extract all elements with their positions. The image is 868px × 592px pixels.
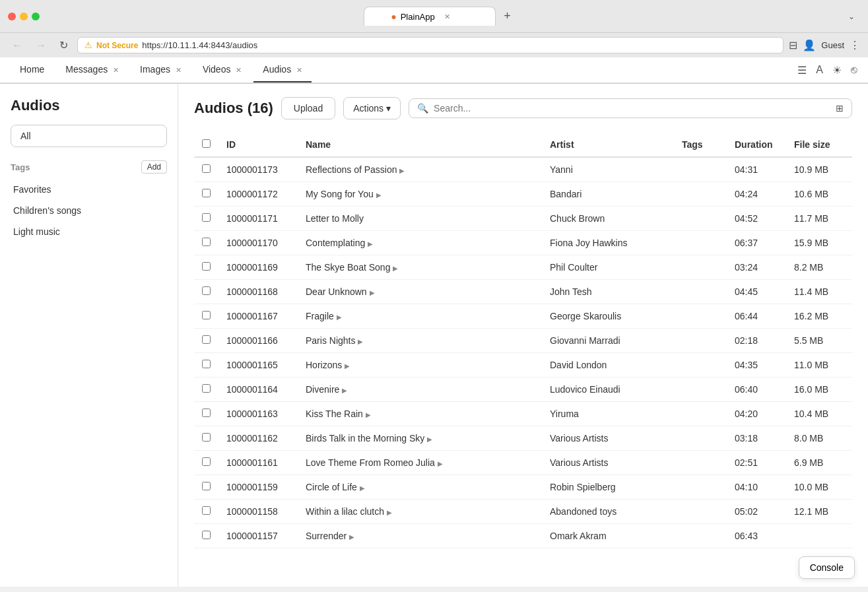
cell-tags xyxy=(674,353,727,378)
reload-button[interactable]: ↻ xyxy=(55,38,72,53)
active-tab-close[interactable]: ✕ xyxy=(444,13,450,21)
cell-id: 1000001166 xyxy=(218,329,298,353)
row-checkbox-10[interactable] xyxy=(202,409,211,417)
tab-overflow-button[interactable]: ⌄ xyxy=(843,9,860,24)
cell-name: Circle of Life ▶ xyxy=(298,475,542,500)
tab-images-close[interactable]: ✕ xyxy=(176,66,182,74)
sidebar-all-button[interactable]: All xyxy=(11,125,167,147)
search-input[interactable] xyxy=(434,103,830,114)
upload-button[interactable]: Upload xyxy=(281,97,335,119)
play-icon[interactable]: ▶ xyxy=(360,484,365,492)
play-icon[interactable]: ▶ xyxy=(345,362,350,370)
cell-duration: 04:20 xyxy=(727,402,786,426)
row-checkbox-1[interactable] xyxy=(202,189,211,197)
row-checkbox-14[interactable] xyxy=(202,506,211,515)
tab-home[interactable]: Home xyxy=(11,57,53,82)
maximize-button[interactable] xyxy=(32,13,40,20)
play-icon[interactable]: ▶ xyxy=(376,191,382,199)
more-options-icon[interactable]: ⋮ xyxy=(850,39,860,51)
playlist-icon[interactable]: ☰ xyxy=(797,64,807,77)
cell-duration: 04:31 xyxy=(727,157,786,182)
row-checkbox-15[interactable] xyxy=(202,531,211,539)
add-tag-button[interactable]: Add xyxy=(141,160,167,174)
tab-audios[interactable]: Audios ✕ xyxy=(253,57,312,82)
forward-button[interactable]: → xyxy=(32,38,50,53)
row-checkbox-13[interactable] xyxy=(202,482,211,490)
play-icon[interactable]: ▶ xyxy=(387,509,392,516)
cell-tags xyxy=(674,378,727,402)
tab-messages[interactable]: Messages ✕ xyxy=(56,57,128,82)
cell-filesize: 11.0 MB xyxy=(786,353,852,378)
sidebar-item-childrens-songs[interactable]: Children's songs xyxy=(11,200,167,221)
row-checkbox-8[interactable] xyxy=(202,360,211,368)
row-checkbox-6[interactable] xyxy=(202,311,211,319)
signout-icon[interactable]: ⎋ xyxy=(851,64,857,77)
table-row: 1000001169 The Skye Boat Song ▶ Phil Cou… xyxy=(194,255,852,280)
play-icon[interactable]: ▶ xyxy=(368,240,373,247)
cell-filesize: 16.0 MB xyxy=(786,378,852,402)
row-checkbox-7[interactable] xyxy=(202,335,211,344)
new-tab-button[interactable]: + xyxy=(496,5,519,27)
close-button[interactable] xyxy=(8,13,16,20)
row-checkbox-12[interactable] xyxy=(202,457,211,466)
row-checkbox-0[interactable] xyxy=(202,164,211,173)
account-icon[interactable]: 👤 xyxy=(803,39,816,51)
cell-duration: 02:51 xyxy=(727,451,786,475)
back-button[interactable]: ← xyxy=(8,38,26,53)
cell-name: Surrender ▶ xyxy=(298,524,542,548)
tab-messages-close[interactable]: ✕ xyxy=(113,66,119,74)
play-icon[interactable]: ▶ xyxy=(337,313,342,321)
table-row: 1000001166 Paris Nights ▶ Giovanni Marra… xyxy=(194,329,852,353)
address-input[interactable]: ⚠ Not Secure https://10.11.1.44:8443/aud… xyxy=(77,37,784,53)
play-icon[interactable]: ▶ xyxy=(358,338,363,345)
cell-filesize: 10.0 MB xyxy=(786,475,852,500)
cell-duration: 06:37 xyxy=(727,231,786,255)
tab-videos[interactable]: Videos ✕ xyxy=(193,57,251,82)
play-icon[interactable]: ▶ xyxy=(349,533,354,541)
select-all-checkbox[interactable] xyxy=(202,139,211,148)
row-checkbox-9[interactable] xyxy=(202,384,211,393)
row-checkbox-11[interactable] xyxy=(202,433,211,442)
tab-videos-close[interactable]: ✕ xyxy=(236,66,242,74)
cell-name: The Skye Boat Song ▶ xyxy=(298,255,542,280)
audio-table: ID Name Artist Tags Duration File size 1… xyxy=(194,133,852,548)
play-icon[interactable]: ▶ xyxy=(370,289,375,296)
title-bar: ● PlainApp ✕ + ⌄ xyxy=(0,0,868,32)
row-checkbox-5[interactable] xyxy=(202,286,211,295)
console-button[interactable]: Console xyxy=(799,556,855,579)
translate-icon[interactable]: A xyxy=(816,64,823,77)
nav-tabs: Home Messages ✕ Images ✕ Videos ✕ Audios… xyxy=(0,57,868,83)
cell-id: 1000001162 xyxy=(218,426,298,451)
play-icon[interactable]: ▶ xyxy=(342,387,347,394)
cell-name: Birds Talk in the Morning Sky ▶ xyxy=(298,426,542,451)
cell-name: Dear Unknown ▶ xyxy=(298,280,542,304)
nav-icons: ☰ A ☀ ⎋ xyxy=(797,64,857,77)
tab-images[interactable]: Images ✕ xyxy=(131,57,191,82)
cell-artist: John Tesh xyxy=(542,280,674,304)
sidebar-item-light-music[interactable]: Light music xyxy=(11,221,167,242)
theme-icon[interactable]: ☀ xyxy=(832,64,842,77)
play-icon[interactable]: ▶ xyxy=(399,167,405,174)
row-checkbox-2[interactable] xyxy=(202,213,211,222)
actions-button[interactable]: Actions ▾ xyxy=(343,97,401,119)
sidebar-item-favorites[interactable]: Favorites xyxy=(11,179,167,200)
table-row: 1000001168 Dear Unknown ▶ John Tesh 04:4… xyxy=(194,280,852,304)
minimize-button[interactable] xyxy=(20,13,28,20)
cell-duration: 03:24 xyxy=(727,255,786,280)
play-icon[interactable]: ▶ xyxy=(393,265,398,272)
cell-artist: Giovanni Marradi xyxy=(542,329,674,353)
cell-id: 1000001158 xyxy=(218,500,298,524)
play-icon[interactable]: ▶ xyxy=(366,411,371,418)
tab-audios-close[interactable]: ✕ xyxy=(296,66,302,74)
play-icon[interactable]: ▶ xyxy=(427,436,432,443)
cell-tags xyxy=(674,524,727,548)
row-checkbox-3[interactable] xyxy=(202,238,211,246)
row-checkbox-4[interactable] xyxy=(202,262,211,271)
play-icon[interactable]: ▶ xyxy=(438,460,443,467)
sidebar-icon[interactable]: ⊟ xyxy=(789,39,797,51)
cell-duration: 06:43 xyxy=(727,524,786,548)
filter-icon[interactable]: ⊞ xyxy=(836,103,844,114)
cell-name: Reflections of Passion ▶ xyxy=(298,157,542,182)
cell-artist: Bandari xyxy=(542,182,674,207)
tab-app-icon: ● xyxy=(391,11,396,22)
